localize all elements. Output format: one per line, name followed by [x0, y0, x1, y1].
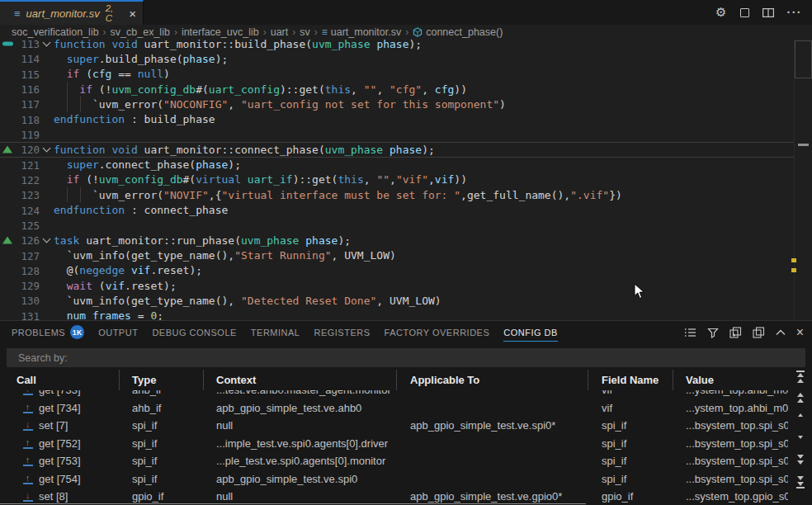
- cell-field-name: vif: [588, 402, 673, 414]
- code-line[interactable]: 121 super.connect_phase(phase);: [0, 158, 794, 172]
- line-number[interactable]: 117: [21, 98, 40, 111]
- table-row[interactable]: get [734]ahb_ifapb_gpio_simple_test.ve.a…: [0, 399, 788, 418]
- table-row[interactable]: get [753]spi_if...ple_test.ve.spi0.agent…: [0, 452, 788, 470]
- breadcrumb-item[interactable]: sv: [300, 26, 310, 38]
- code-line[interactable]: 125: [0, 218, 794, 233]
- fold-chevron-icon[interactable]: [43, 235, 51, 243]
- table-row[interactable]: set [7]spi_ifnullapb_gpio_simple_test.ve…: [0, 417, 788, 435]
- close-panel-icon[interactable]: ×: [796, 327, 804, 338]
- line-number[interactable]: 115: [21, 68, 40, 80]
- gear-icon[interactable]: ⚙: [715, 5, 726, 20]
- panel-tab-debug-console[interactable]: DEBUG CONSOLE: [152, 321, 236, 343]
- fold-chevron-icon[interactable]: [43, 144, 51, 153]
- gutter: 127: [0, 248, 54, 262]
- code-line[interactable]: 130 `uvm_info(get_type_name(), "Detected…: [0, 293, 794, 308]
- filter-icon[interactable]: [707, 327, 719, 338]
- code-text: task uart_monitor::run_phase(uvm_phase p…: [54, 234, 351, 247]
- split-editor-icon[interactable]: [762, 8, 774, 17]
- column-header[interactable]: Context: [204, 370, 397, 390]
- fold-chevron-icon[interactable]: [43, 39, 51, 47]
- line-number[interactable]: 120: [21, 144, 40, 156]
- line-number[interactable]: 123: [21, 189, 40, 201]
- code-line[interactable]: 128 @(negedge vif.reset);: [0, 263, 794, 278]
- panel-tab-factory-overrides[interactable]: FACTORY OVERRIDES: [385, 321, 490, 343]
- panel-tab-label: TERMINAL: [251, 328, 300, 337]
- code-line[interactable]: 114 super.build_phase(phase);: [0, 51, 794, 66]
- code-line[interactable]: 116 if (!uvm_config_db#(uart_config)::ge…: [0, 82, 794, 97]
- line-number[interactable]: 121: [21, 158, 40, 171]
- more-actions-icon[interactable]: ···: [787, 6, 803, 19]
- line-number[interactable]: 125: [21, 219, 40, 231]
- code-line[interactable]: 129 wait (vif.reset);: [0, 278, 794, 293]
- breadcrumb-item[interactable]: connect_phase(): [413, 26, 503, 38]
- breadcrumb-item[interactable]: interface_uvc_lib: [182, 26, 259, 38]
- editor-scrollbar-track[interactable]: [794, 40, 795, 320]
- search-input[interactable]: [7, 348, 805, 367]
- bottom-panel: PROBLEMS1KOUTPUTDEBUG CONSOLETERMINALREG…: [0, 320, 812, 505]
- table-row[interactable]: get [733]ahb_if...test.ve.ahb0.master_ag…: [0, 390, 788, 399]
- breadcrumb-item[interactable]: uart: [271, 26, 289, 38]
- column-header[interactable]: Applicable To: [397, 370, 588, 390]
- table-row[interactable]: set [8]gpio_ifnullapb_gpio_simple_test.v…: [0, 488, 788, 505]
- maximize-icon[interactable]: [740, 8, 749, 17]
- line-number[interactable]: 126: [21, 234, 40, 247]
- code-text: `uvm_info(get_type_name(), "Detected Res…: [54, 295, 441, 307]
- column-header[interactable]: Call: [0, 370, 120, 390]
- line-number[interactable]: 116: [21, 83, 40, 96]
- breadcrumb-item[interactable]: sv_cb_ex_lib: [111, 26, 170, 38]
- line-number[interactable]: 119: [21, 129, 40, 141]
- line-number[interactable]: 129: [21, 280, 40, 292]
- code-line[interactable]: 118endfunction : build_phase: [0, 112, 794, 127]
- column-header[interactable]: Field Name: [588, 370, 673, 390]
- table-row[interactable]: get [754]spi_ifapb_gpio_simple_test.ve.s…: [0, 470, 788, 488]
- breadcrumb-item[interactable]: soc_verification_lib: [12, 26, 99, 38]
- code-line[interactable]: 115 if (cfg == null): [0, 67, 794, 82]
- column-header[interactable]: Type: [120, 370, 204, 390]
- breadcrumb-item[interactable]: ≡uart_monitor.sv: [322, 26, 401, 38]
- column-header[interactable]: Value: [673, 370, 788, 390]
- page-up-icon[interactable]: [794, 393, 807, 403]
- cell-type: ahb_if: [120, 390, 204, 396]
- panel-tab-output[interactable]: OUTPUT: [98, 321, 138, 343]
- cell-field-name: spi_if: [588, 455, 673, 467]
- line-number[interactable]: 122: [21, 173, 40, 186]
- list-view-icon[interactable]: [684, 327, 696, 338]
- panel-tab-terminal[interactable]: TERMINAL: [251, 321, 300, 343]
- line-number[interactable]: 130: [21, 295, 40, 307]
- scroll-to-top-icon[interactable]: [794, 370, 807, 383]
- panel-tab-config-db[interactable]: CONFIG DB: [503, 321, 558, 343]
- line-number[interactable]: 128: [21, 264, 40, 276]
- table-row[interactable]: get [752]spi_if...imple_test.ve.spi0.age…: [0, 435, 788, 453]
- panel-tab-registers[interactable]: REGISTERS: [314, 321, 370, 343]
- line-number[interactable]: 127: [21, 249, 40, 262]
- code-line[interactable]: 120function void uart_monitor::connect_p…: [0, 142, 794, 157]
- tab-close-icon[interactable]: ×: [129, 7, 136, 20]
- code-line[interactable]: 122 if (!uvm_config_db#(virtual uart_if)…: [0, 172, 794, 187]
- indent-guide: [80, 187, 81, 202]
- panel-hscrollbar[interactable]: [0, 503, 586, 504]
- line-up-icon[interactable]: [794, 413, 807, 417]
- code-line[interactable]: 126task uart_monitor::run_phase(uvm_phas…: [0, 233, 794, 248]
- tab-uart-monitor[interactable]: ≡ uart_monitor.sv 2, C ×: [0, 0, 144, 25]
- code-line[interactable]: 123 `uvm_error("NOVIF",{"virtual interfa…: [0, 187, 794, 202]
- code-text: `uvm_error("NOCONFIG", "uart_config not …: [54, 98, 506, 111]
- gutter: 114: [0, 51, 54, 66]
- line-number[interactable]: 124: [21, 204, 40, 216]
- panel-tab-problems[interactable]: PROBLEMS1K: [12, 321, 84, 343]
- code-line[interactable]: 127 `uvm_info(get_type_name(),"Start Run…: [0, 248, 794, 262]
- collapse-panel-icon[interactable]: [776, 329, 786, 336]
- editor-scrollbar-thumb[interactable]: [795, 40, 812, 78]
- code-line[interactable]: 119: [0, 127, 794, 142]
- code-line[interactable]: 124endfunction : connect_phase: [0, 202, 794, 217]
- breadcrumb-separator: ›: [314, 26, 318, 38]
- code-line[interactable]: 117 `uvm_error("NOCONFIG", "uart_config …: [0, 97, 794, 111]
- new-window-icon[interactable]: [729, 327, 742, 338]
- gutter: 129: [0, 278, 54, 293]
- scroll-to-bottom-icon[interactable]: [794, 476, 807, 488]
- duplicate-panel-icon[interactable]: [753, 327, 765, 338]
- line-down-icon[interactable]: [794, 436, 807, 439]
- line-number[interactable]: 118: [21, 113, 40, 125]
- page-down-icon[interactable]: [794, 455, 807, 465]
- line-number[interactable]: 114: [21, 53, 40, 65]
- code-editor[interactable]: 113function void uart_monitor::build_pha…: [0, 36, 794, 323]
